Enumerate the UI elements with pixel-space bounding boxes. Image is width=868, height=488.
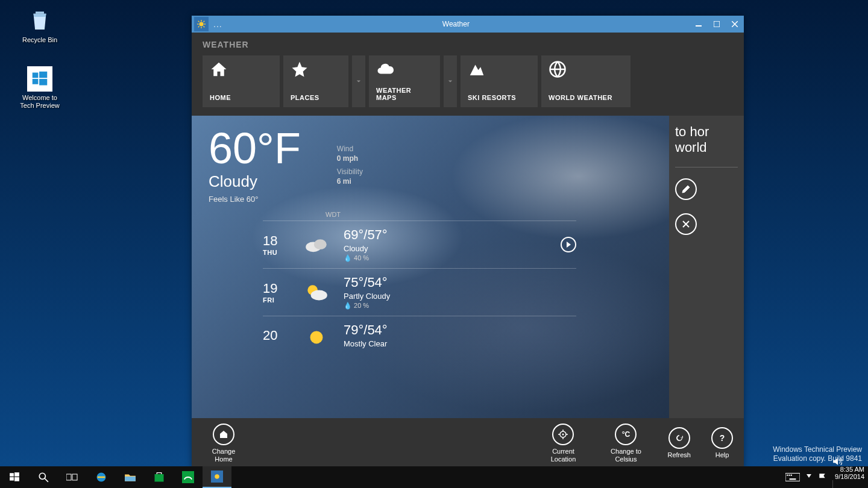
forecast-row[interactable]: 20 79°/54° Mostly Clear (263, 316, 576, 354)
forecast-list: 18 THU 69°/57° Cloudy 💧 40 % 19 (263, 221, 651, 354)
svg-rect-43 (155, 474, 164, 482)
svg-rect-39 (66, 474, 71, 480)
svg-point-23 (311, 290, 327, 301)
nav-bar: WEATHER HOME PLACES WEATHER MAPS SKI RES… (192, 33, 744, 116)
nav-header: WEATHER (203, 40, 733, 49)
show-desktop[interactable] (832, 480, 836, 488)
play-button[interactable] (561, 237, 576, 252)
window-title: Weather (442, 20, 470, 28)
taskbar-store[interactable] (145, 466, 174, 488)
svg-rect-34 (14, 472, 19, 477)
svg-rect-36 (14, 477, 19, 481)
minimize-button[interactable] (690, 17, 708, 31)
tray-clock[interactable]: 8:35 AM 9/18/2014 (835, 466, 864, 480)
svg-point-6 (200, 22, 204, 27)
windows-icon (9, 472, 20, 483)
provider-label: WDT (326, 211, 651, 218)
taskbar-xbox[interactable] (174, 466, 203, 488)
svg-point-37 (39, 473, 45, 479)
tray-icon[interactable] (806, 473, 812, 481)
target-icon (558, 430, 568, 439)
svg-point-21 (314, 240, 327, 250)
visibility-value: 6 mi (337, 177, 363, 186)
maps-dropdown[interactable] (444, 55, 457, 107)
system-tray: 8:35 AM 9/18/2014 (785, 457, 868, 488)
close-button[interactable] (726, 17, 744, 31)
home-icon (210, 60, 228, 78)
folder-icon (124, 472, 136, 482)
desktop-icon-label: Recycle Bin (17, 36, 63, 44)
content-area: 60°F Cloudy Feels Like 60° Wind 0 mph Vi… (192, 116, 744, 418)
flag-icon[interactable] (818, 473, 826, 481)
home-icon (219, 430, 228, 439)
svg-rect-0 (36, 11, 44, 14)
current-location-button[interactable]: Current Location (542, 424, 584, 463)
svg-rect-3 (39, 72, 47, 78)
svg-rect-50 (791, 475, 792, 476)
cloud-icon (376, 60, 394, 78)
raindrop-icon: 💧 (344, 302, 352, 309)
ie-icon (95, 471, 107, 483)
edit-button[interactable] (675, 178, 697, 200)
nav-tile-maps[interactable]: WEATHER MAPS (369, 55, 440, 107)
task-view-icon (66, 473, 78, 481)
svg-rect-42 (125, 477, 136, 481)
forecast-row[interactable]: 18 THU 69°/57° Cloudy 💧 40 % (263, 221, 576, 268)
dismiss-button[interactable] (675, 213, 697, 235)
svg-rect-47 (785, 473, 800, 481)
help-button[interactable]: ? Help (711, 427, 733, 459)
titlebar-menu[interactable]: ... (213, 19, 222, 29)
pencil-icon (681, 184, 691, 194)
recycle-bin-icon (27, 8, 52, 34)
visibility-label: Visibility (337, 167, 363, 176)
taskbar-ie[interactable] (87, 466, 116, 488)
sunny-icon (303, 326, 330, 345)
taskbar-taskview[interactable] (58, 466, 87, 488)
change-unit-button[interactable]: °C Change to Celsius (605, 424, 647, 463)
svg-point-28 (562, 433, 564, 435)
svg-rect-48 (787, 475, 788, 476)
forecast-row[interactable]: 19 FRI 75°/54° Partly Cloudy 💧 20 % (263, 268, 576, 316)
search-icon (38, 472, 49, 483)
taskbar-weather[interactable] (203, 466, 231, 488)
nav-tile-world[interactable]: WORLD WEATHER (541, 55, 631, 107)
change-home-button[interactable]: Change Home (203, 424, 245, 463)
wind-label: Wind (337, 145, 363, 153)
xbox-icon (182, 471, 194, 483)
svg-rect-16 (714, 21, 720, 27)
nav-tile-places[interactable]: PLACES (283, 55, 348, 107)
svg-rect-5 (39, 79, 47, 86)
svg-line-38 (45, 478, 48, 482)
close-icon (681, 219, 691, 229)
places-dropdown[interactable] (352, 55, 365, 107)
svg-rect-33 (10, 473, 14, 477)
svg-point-46 (215, 474, 219, 479)
star-icon (291, 60, 309, 78)
svg-line-14 (198, 27, 200, 28)
globe-icon (549, 60, 567, 78)
desktop-welcome-icon[interactable]: Welcome to Tech Preview (17, 66, 63, 110)
partly-cloudy-icon (303, 283, 330, 302)
chevron-down-icon (448, 79, 453, 84)
desktop-recycle-bin[interactable]: Recycle Bin (17, 8, 63, 44)
maximize-button[interactable] (708, 17, 726, 31)
start-button[interactable] (0, 466, 29, 488)
taskbar-explorer[interactable] (116, 466, 145, 488)
svg-rect-35 (10, 477, 14, 481)
volume-icon[interactable] (832, 457, 842, 466)
svg-line-11 (198, 21, 200, 22)
network-icon[interactable]: 8:35 AM 9/18/2014 (832, 457, 864, 488)
raindrop-icon: 💧 (344, 254, 352, 261)
nav-tile-home[interactable]: HOME (203, 55, 280, 107)
refresh-icon (675, 433, 684, 443)
chevron-down-icon (356, 79, 361, 84)
refresh-button[interactable]: Refresh (667, 427, 691, 459)
taskbar-search[interactable] (29, 466, 58, 488)
titlebar: ... Weather (192, 16, 744, 33)
wind-value: 0 mph (337, 154, 363, 163)
app-bar: Change Home Current Location °C Change t… (192, 418, 744, 469)
keyboard-icon[interactable] (785, 473, 800, 481)
svg-rect-51 (790, 478, 796, 480)
nav-tile-ski[interactable]: SKI RESORTS (461, 55, 538, 107)
store-icon (153, 471, 165, 483)
